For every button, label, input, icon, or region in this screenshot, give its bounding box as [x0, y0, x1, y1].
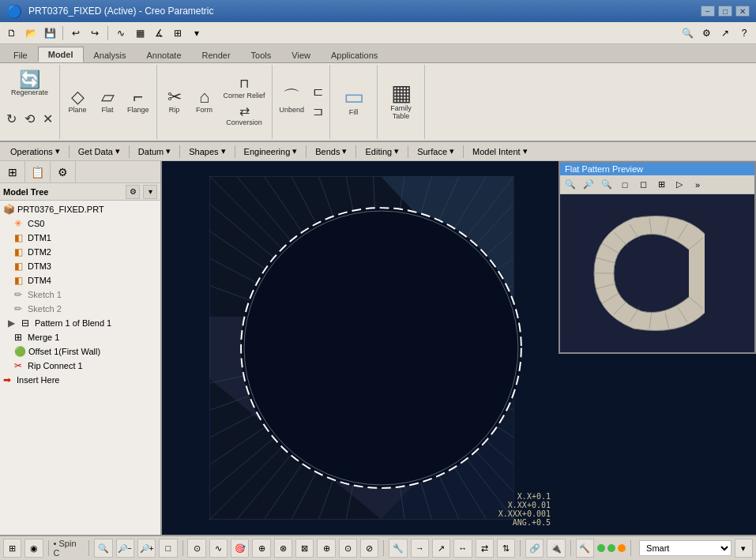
- sb-frame-button[interactable]: □: [159, 539, 177, 558]
- model-intent-menu[interactable]: Model Intent ▾: [465, 144, 535, 160]
- sb-arrow-button[interactable]: →: [411, 539, 429, 558]
- sb-spin-button[interactable]: ◉: [24, 539, 43, 558]
- sb-tools-button[interactable]: 🔧: [389, 539, 407, 558]
- tree-expand-pattern1[interactable]: ▶: [8, 318, 19, 329]
- regenerate-sub-1[interactable]: ↻: [3, 110, 20, 128]
- help-search-button[interactable]: 🔍: [679, 24, 696, 42]
- sb-orient-button[interactable]: ⊙: [187, 539, 205, 558]
- smart-dropdown-arrow[interactable]: ▾: [735, 539, 753, 558]
- redo-button[interactable]: ↪: [86, 24, 103, 42]
- sb-slash-button[interactable]: ⊘: [360, 539, 378, 558]
- editing-menu[interactable]: Editing ▾: [358, 144, 406, 160]
- tab-model[interactable]: Model: [38, 47, 84, 62]
- regenerate-sub-3[interactable]: ✕: [39, 110, 56, 128]
- sb-zoom-in-button[interactable]: 🔎+: [137, 539, 156, 558]
- fp-grid-button[interactable]: ⊞: [653, 177, 670, 193]
- unbend-sub-2[interactable]: ⊐: [310, 102, 326, 120]
- panel-tab-layers[interactable]: 📋: [25, 161, 51, 183]
- tree-item-cs0[interactable]: ✳ CS0: [2, 216, 159, 231]
- viewport[interactable]: Flat Pattern Preview 🔍 🔎 🔍 □ ◻ ⊞ ▷ »: [162, 161, 756, 535]
- fp-zoom-out-button[interactable]: 🔍: [598, 177, 615, 193]
- fp-fit-button[interactable]: 🔍: [562, 177, 579, 193]
- sb-connect-button[interactable]: 🔗: [525, 539, 543, 558]
- tree-item-sketch1[interactable]: ✏ Sketch 1: [2, 288, 159, 302]
- sb-wave-button[interactable]: ∿: [209, 539, 228, 558]
- fill-button[interactable]: ▭ Fill: [340, 84, 368, 118]
- sb-cross-button[interactable]: ⊗: [274, 539, 292, 558]
- close-button[interactable]: ✕: [735, 6, 750, 17]
- dropdown-button[interactable]: ▾: [188, 24, 205, 42]
- sb-plus-button[interactable]: ⊕: [252, 539, 270, 558]
- rip-button[interactable]: ✂ Rip: [160, 86, 189, 116]
- unbend-sub-1[interactable]: ⊏: [310, 82, 326, 100]
- tree-item-root[interactable]: 📦 PRT0376_FIXED.PRT: [2, 202, 159, 216]
- grid-button[interactable]: ▦: [131, 24, 149, 42]
- plane-button[interactable]: ◇ Plane: [63, 86, 92, 116]
- panel-tab-tree[interactable]: ⊞: [0, 161, 25, 183]
- undo-button[interactable]: ↩: [67, 24, 85, 42]
- tree-item-dtm3[interactable]: ◧ DTM3: [2, 259, 159, 273]
- unbend-button[interactable]: ⌒ Unbend: [276, 86, 309, 116]
- sb-search-button[interactable]: 🔍: [94, 539, 112, 558]
- operations-menu[interactable]: Operations ▾: [3, 144, 67, 160]
- tree-item-pattern1[interactable]: ▶ ⊟ Pattern 1 of Blend 1: [2, 316, 159, 330]
- sb-arrow3-button[interactable]: ↔: [453, 539, 472, 558]
- sb-hammer-button[interactable]: 🔨: [576, 539, 594, 558]
- regenerate-sub-2[interactable]: ⟲: [21, 110, 38, 128]
- regenerate-qa-button[interactable]: ∿: [112, 24, 130, 42]
- tab-view[interactable]: View: [281, 47, 321, 62]
- smart-select-dropdown[interactable]: Smart Geometry Features: [639, 540, 732, 556]
- sb-model-button[interactable]: ⊞: [3, 539, 21, 558]
- flange-button[interactable]: ⌐ Flange: [123, 86, 153, 116]
- help-button[interactable]: ?: [735, 24, 753, 42]
- conversion-button[interactable]: ⇄ Conversion: [220, 102, 269, 128]
- sb-grid2-button[interactable]: ⊠: [295, 539, 314, 558]
- fp-more-button[interactable]: »: [689, 177, 706, 193]
- shapes-menu[interactable]: Shapes ▾: [182, 144, 232, 160]
- form-button[interactable]: ⌂ Form: [190, 86, 219, 116]
- regenerate-button[interactable]: 🔄 Regenerate: [7, 69, 52, 99]
- minimize-button[interactable]: −: [701, 6, 715, 17]
- new-button[interactable]: 🗋: [3, 24, 21, 42]
- model-tree-settings-button[interactable]: ⚙: [126, 185, 140, 199]
- tab-tools[interactable]: Tools: [241, 47, 282, 62]
- sb-arrow4-button[interactable]: ⇄: [476, 539, 494, 558]
- corner-relief-button[interactable]: ⊓ Corner Relief: [220, 74, 269, 100]
- panel-tab-settings[interactable]: ⚙: [51, 161, 76, 183]
- tree-item-offset1[interactable]: 🟢 Offset 1(First Wall): [2, 344, 159, 359]
- sb-plus2-button[interactable]: ⊕: [317, 539, 335, 558]
- tab-analysis[interactable]: Analysis: [84, 47, 137, 62]
- fp-zoom-in-button[interactable]: 🔎: [580, 177, 597, 193]
- fp-frame-button[interactable]: ◻: [634, 177, 652, 193]
- flat-button[interactable]: ▱ Flat: [93, 86, 122, 116]
- sb-zoom-out-button[interactable]: 🔎−: [116, 539, 134, 558]
- settings-button[interactable]: ⚙: [698, 24, 715, 42]
- datum-menu[interactable]: Datum ▾: [131, 144, 178, 160]
- maximize-button[interactable]: □: [718, 6, 732, 17]
- tab-annotate[interactable]: Annotate: [136, 47, 191, 62]
- tree-item-sketch2[interactable]: ✏ Sketch 2: [2, 302, 159, 316]
- share-button[interactable]: ↗: [717, 24, 734, 42]
- angle-button[interactable]: ∡: [150, 24, 167, 42]
- tab-render[interactable]: Render: [192, 47, 241, 62]
- tree-item-merge1[interactable]: ⊞ Merge 1: [2, 330, 159, 344]
- plus-button[interactable]: ⊞: [169, 24, 186, 42]
- open-button[interactable]: 📂: [22, 24, 39, 42]
- engineering-menu[interactable]: Engineering ▾: [237, 144, 305, 160]
- sb-circle-button[interactable]: ⊙: [339, 539, 357, 558]
- sb-plug-button[interactable]: 🔌: [547, 539, 565, 558]
- tree-item-rip-connect[interactable]: ✂ Rip Connect 1: [2, 359, 159, 373]
- family-table-button[interactable]: ▦ FamilyTable: [386, 80, 416, 122]
- tree-item-dtm1[interactable]: ◧ DTM1: [2, 231, 159, 245]
- tree-item-dtm2[interactable]: ◧ DTM2: [2, 245, 159, 259]
- tree-item-dtm4[interactable]: ◧ DTM4: [2, 273, 159, 288]
- sb-target-button[interactable]: 🎯: [231, 539, 249, 558]
- fp-box-button[interactable]: □: [616, 177, 634, 193]
- model-tree-expand-button[interactable]: ▾: [143, 185, 157, 199]
- get-data-menu[interactable]: Get Data ▾: [71, 144, 127, 160]
- fp-play-button[interactable]: ▷: [671, 177, 688, 193]
- tree-item-insert-here[interactable]: ➡ Insert Here: [2, 373, 159, 387]
- tab-applications[interactable]: Applications: [321, 47, 388, 62]
- tab-file[interactable]: File: [3, 47, 38, 62]
- sb-arrow2-button[interactable]: ↗: [432, 539, 450, 558]
